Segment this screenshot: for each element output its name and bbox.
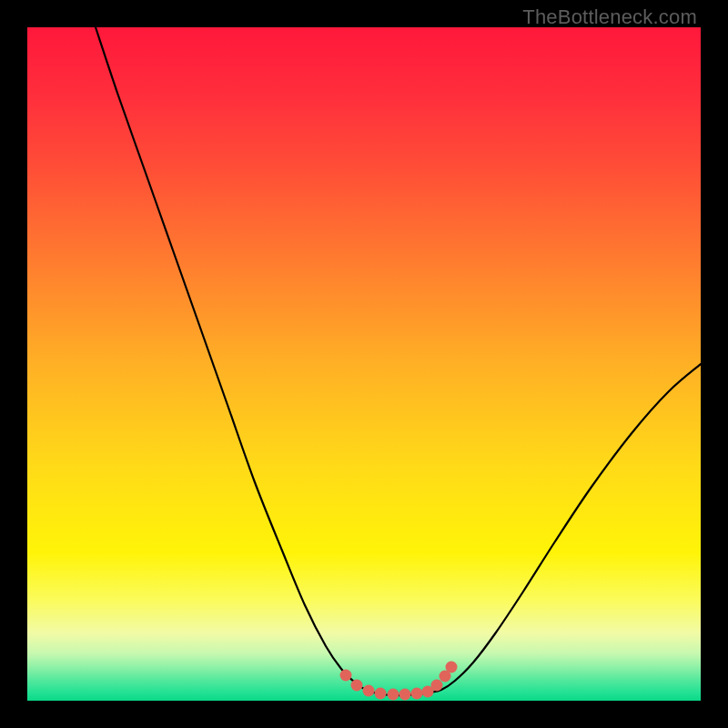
valley-dot (388, 689, 399, 701)
valley-dot (399, 689, 411, 701)
valley-dot (446, 662, 458, 673)
valley-dot (375, 688, 387, 700)
plot-frame (27, 27, 701, 701)
plot-curve-layer (27, 27, 701, 701)
watermark-text: TheBottleneck.com (522, 5, 697, 29)
valley-dot (431, 680, 443, 692)
valley-dot (351, 680, 363, 692)
valley-dot (340, 670, 352, 682)
valley-dots-group (340, 662, 458, 701)
bottleneck-curve (96, 27, 701, 695)
valley-dot (411, 688, 423, 700)
valley-dot (363, 685, 375, 697)
